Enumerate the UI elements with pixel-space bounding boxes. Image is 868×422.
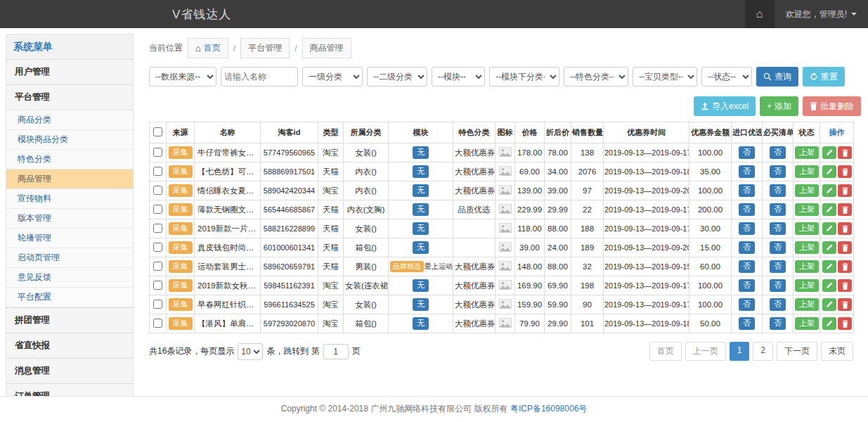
must-buy-toggle[interactable]: 否 <box>770 203 786 215</box>
sidebar-item[interactable]: 商品管理 <box>6 170 133 189</box>
import-pick-toggle[interactable]: 否 <box>739 222 755 234</box>
page-size-select[interactable]: 10 <box>238 343 263 360</box>
sidebar-section[interactable]: 省直快报 <box>6 333 133 358</box>
edit-button[interactable] <box>822 298 836 311</box>
delete-button[interactable] <box>838 317 852 330</box>
sidebar-item[interactable]: 意见反馈 <box>6 268 133 288</box>
status-badge[interactable]: 上架 <box>795 184 819 196</box>
edit-button[interactable] <box>822 165 836 178</box>
delete-button[interactable] <box>838 203 852 216</box>
add-button[interactable]: + 添加 <box>760 96 798 116</box>
edit-button[interactable] <box>822 260 836 273</box>
delete-button[interactable] <box>838 279 852 292</box>
import-pick-toggle[interactable]: 否 <box>739 146 755 158</box>
row-checkbox[interactable] <box>153 167 162 176</box>
filter-select[interactable]: --模块-- <box>432 67 485 87</box>
batch-delete-button[interactable]: 批量删除 <box>803 96 861 116</box>
delete-button[interactable] <box>838 165 852 178</box>
must-buy-toggle[interactable]: 否 <box>770 184 786 196</box>
reset-button[interactable]: 重置 <box>803 67 845 87</box>
row-checkbox[interactable] <box>153 262 162 271</box>
sidebar-item[interactable]: 特色分类 <box>6 150 133 170</box>
delete-button[interactable] <box>838 146 852 159</box>
must-buy-toggle[interactable]: 否 <box>770 279 786 291</box>
home-button[interactable]: ⌂ <box>745 0 775 28</box>
breadcrumb-home-link[interactable]: 首页 <box>204 42 221 54</box>
status-badge[interactable]: 上架 <box>795 203 819 215</box>
breadcrumb-home[interactable]: ⌂ 首页 <box>188 38 228 58</box>
filter-select[interactable]: --宝贝类型-- <box>633 67 697 87</box>
import-pick-toggle[interactable]: 否 <box>739 279 755 291</box>
page-jump-input[interactable] <box>323 344 349 359</box>
edit-button[interactable] <box>822 146 836 159</box>
search-button[interactable]: 查询 <box>756 67 798 87</box>
filter-select[interactable]: --状态-- <box>701 67 752 87</box>
sidebar-item[interactable]: 轮播管理 <box>6 229 133 248</box>
sidebar-section[interactable]: 平台管理 <box>6 84 133 110</box>
sidebar-item[interactable]: 宣传物料 <box>6 189 133 209</box>
import-pick-toggle[interactable]: 否 <box>739 260 755 272</box>
status-badge[interactable]: 上架 <box>795 298 819 310</box>
edit-button[interactable] <box>822 317 836 330</box>
must-buy-toggle[interactable]: 否 <box>770 260 786 272</box>
delete-button[interactable] <box>838 241 852 254</box>
status-badge[interactable]: 上架 <box>795 317 819 329</box>
row-checkbox[interactable] <box>153 319 162 328</box>
delete-button[interactable] <box>838 298 852 311</box>
delete-button[interactable] <box>838 184 852 197</box>
edit-button[interactable] <box>822 203 836 216</box>
status-badge[interactable]: 上架 <box>795 279 819 291</box>
filter-select[interactable]: --二级分类-- <box>367 67 427 87</box>
row-checkbox[interactable] <box>153 243 162 252</box>
pager-button[interactable]: 1 <box>730 342 750 361</box>
status-badge[interactable]: 上架 <box>795 222 819 234</box>
edit-button[interactable] <box>822 222 836 235</box>
pager-button[interactable]: 首页 <box>649 342 682 361</box>
sidebar-item[interactable]: 版本管理 <box>6 209 133 229</box>
must-buy-toggle[interactable]: 否 <box>770 317 786 329</box>
must-buy-toggle[interactable]: 否 <box>770 241 786 253</box>
import-pick-toggle[interactable]: 否 <box>739 241 755 253</box>
import-pick-toggle[interactable]: 否 <box>739 184 755 196</box>
edit-button[interactable] <box>822 279 836 292</box>
pager-button[interactable]: 2 <box>753 342 773 361</box>
row-checkbox[interactable] <box>153 224 162 233</box>
sidebar-section[interactable]: 消息管理 <box>6 358 133 383</box>
delete-button[interactable] <box>838 222 852 235</box>
pager-button[interactable]: 末页 <box>821 342 853 361</box>
sidebar-section[interactable]: 拼团管理 <box>6 307 133 333</box>
edit-button[interactable] <box>822 241 836 254</box>
import-pick-toggle[interactable]: 否 <box>739 298 755 310</box>
status-badge[interactable]: 上架 <box>795 146 819 158</box>
delete-button[interactable] <box>838 260 852 273</box>
row-checkbox[interactable] <box>153 148 162 157</box>
filter-select[interactable]: --数据来源-- <box>149 67 216 87</box>
import-pick-toggle[interactable]: 否 <box>739 203 755 215</box>
filter-select[interactable]: --特色分类-- <box>564 67 628 87</box>
edit-button[interactable] <box>822 184 836 197</box>
sidebar-item[interactable]: 模块商品分类 <box>6 130 133 150</box>
must-buy-toggle[interactable]: 否 <box>770 165 786 177</box>
row-checkbox[interactable] <box>153 186 162 195</box>
import-pick-toggle[interactable]: 否 <box>739 317 755 329</box>
filter-select[interactable]: --模块下分类-- <box>489 67 559 87</box>
row-checkbox[interactable] <box>153 205 162 214</box>
user-dropdown[interactable]: 欢迎您，管理员! <box>775 0 868 28</box>
select-all-checkbox[interactable] <box>153 127 162 136</box>
status-badge[interactable]: 上架 <box>795 165 819 177</box>
import-excel-button[interactable]: 导入excel <box>694 96 756 116</box>
pager-button[interactable]: 下一页 <box>777 342 817 361</box>
sidebar-item[interactable]: 商品分类 <box>6 110 133 130</box>
must-buy-toggle[interactable]: 否 <box>770 298 786 310</box>
sidebar-section[interactable]: 用户管理 <box>6 59 133 84</box>
row-checkbox[interactable] <box>153 281 162 290</box>
row-checkbox[interactable] <box>153 300 162 309</box>
import-pick-toggle[interactable]: 否 <box>739 165 755 177</box>
icp-link[interactable]: 粤ICP备16098006号 <box>510 404 587 414</box>
status-badge[interactable]: 上架 <box>795 241 819 253</box>
filter-name-input[interactable] <box>221 67 298 87</box>
status-badge[interactable]: 上架 <box>795 260 819 272</box>
sidebar-item[interactable]: 启动页管理 <box>6 248 133 268</box>
pager-button[interactable]: 上一页 <box>685 342 726 361</box>
sidebar-item[interactable]: 平台配置 <box>6 288 133 307</box>
